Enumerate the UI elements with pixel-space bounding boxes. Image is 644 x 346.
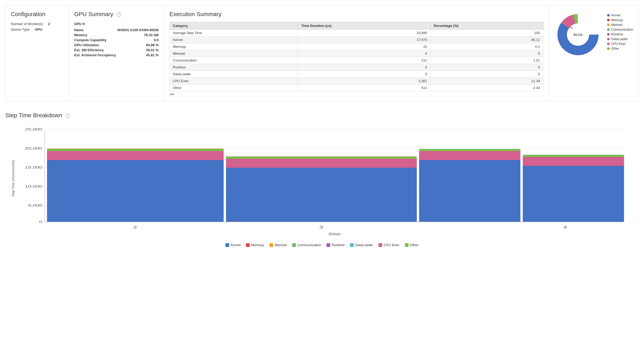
bar-other-1 xyxy=(47,150,224,151)
svg-text:15,000: 15,000 xyxy=(25,166,42,169)
legend-dot xyxy=(607,28,610,31)
svg-text:4: 4 xyxy=(563,225,567,229)
legend-item: Runtime xyxy=(607,32,633,36)
cell-category: Communication xyxy=(170,57,298,64)
config-panel: Configuration Number of Worker(s) 2 Devi… xyxy=(6,6,69,101)
legend-item: CPU Exec xyxy=(607,42,633,46)
config-row-workers: Number of Worker(s) 2 xyxy=(11,22,63,26)
bar-memcpy-1 xyxy=(47,149,224,149)
cell-duration: 22 xyxy=(298,43,430,50)
workers-label: Number of Worker(s) xyxy=(11,22,43,26)
gpu-title: GPU Summary ? xyxy=(74,11,159,18)
bottom-legend-box xyxy=(405,243,409,247)
gpu-occupancy-label: Est. Achieved Occupancy xyxy=(74,53,116,57)
legend-item: Memset xyxy=(607,23,633,27)
bottom-legend-box xyxy=(225,243,229,247)
cell-percentage: 85.11 xyxy=(430,36,543,43)
bar-cpuexec-2 xyxy=(226,159,417,168)
bottom-legend-box xyxy=(350,243,354,247)
svg-text:85.1%: 85.1% xyxy=(574,33,583,37)
table-header-row: Category Time Duration (us) Percentage (… xyxy=(170,22,543,30)
legend-label: DataLoader xyxy=(611,37,628,41)
cell-category: Average Step Time xyxy=(170,30,298,36)
table-row: Average Step Time 20,995 100 xyxy=(170,30,543,36)
cell-category: Runtime xyxy=(170,64,298,71)
bottom-legend: Kernel Memcpy Memset Communication Runti… xyxy=(5,243,639,247)
bar-cpuexec-4 xyxy=(523,157,624,166)
cell-category: Kernel xyxy=(170,36,298,43)
legend-label: Memset xyxy=(611,23,623,27)
table-row: DataLoader 0 0 xyxy=(170,71,543,78)
col-percentage: Percentage (%) xyxy=(430,22,543,30)
execution-panel: Execution Summary Category Time Duration… xyxy=(164,6,549,101)
table-row: Memcpy 22 0.1 xyxy=(170,43,543,50)
table-row: Memset 0 0 xyxy=(170,50,543,57)
table-row: Communication 211 1.01 xyxy=(170,57,543,64)
cell-duration: 0 xyxy=(298,71,430,78)
bottom-legend-item: Communication xyxy=(292,243,321,247)
svg-text:2: 2 xyxy=(133,225,137,229)
cell-percentage: 100 xyxy=(430,30,543,36)
gpu-compute-label: Compute Capability xyxy=(74,38,106,42)
cell-category: CPU Exec xyxy=(170,78,298,85)
cell-percentage: 0 xyxy=(430,64,543,71)
legend-dot xyxy=(607,47,610,50)
gpu-util-row: GPU Utilization 84.98 % xyxy=(74,43,159,47)
cell-percentage: 11.34 xyxy=(430,78,543,85)
cell-percentage: 0.1 xyxy=(430,43,543,50)
cell-percentage: 0 xyxy=(430,50,543,57)
cell-duration: 511 xyxy=(298,85,430,91)
y-axis-label-container: Step Time (microseconds) xyxy=(5,127,21,230)
gpu-sm-row: Est. SM Efficiency 59.01 % xyxy=(74,48,159,52)
donut-svg: 85.1% 11.3% xyxy=(554,11,602,58)
bar-other-4 xyxy=(523,156,624,157)
step-time-section: Step Time Breakdown ? Step Time (microse… xyxy=(5,109,639,250)
table-row: Runtime 0 0 xyxy=(170,64,543,71)
gpu-util-label: GPU Utilization xyxy=(74,43,99,47)
table-row: Kernel 17,870 85.11 xyxy=(170,36,543,43)
cell-category: Memcpy xyxy=(170,43,298,50)
legend-item: DataLoader xyxy=(607,37,633,41)
legend-label: CPU Exec xyxy=(611,42,626,46)
gpu-util-value: 84.98 % xyxy=(146,43,159,47)
svg-text:10,000: 10,000 xyxy=(25,185,42,188)
gpu-fields: Name NVIDIA A100-SXM4-80GB Memory 79.33 … xyxy=(74,28,159,57)
cell-percentage: 2.43 xyxy=(430,85,543,91)
svg-text:5,000: 5,000 xyxy=(28,204,42,207)
gpu-name-value: NVIDIA A100-SXM4-80GB xyxy=(117,28,159,32)
config-fields: Number of Worker(s) 2 Device Type GPU xyxy=(11,22,63,31)
bottom-legend-label: Runtime xyxy=(332,243,344,247)
bottom-legend-box xyxy=(378,243,382,247)
device-label: Device Type xyxy=(11,27,30,31)
step-time-title: Step Time Breakdown ? xyxy=(5,112,639,119)
bottom-legend-label: Other xyxy=(410,243,419,247)
legend-label: Communication xyxy=(611,28,633,31)
legend-label: Runtime xyxy=(611,32,623,36)
bottom-legend-label: Kernel xyxy=(231,243,241,247)
bottom-legend-item: Kernel xyxy=(225,243,241,247)
gpu-sm-label: Est. SM Efficiency xyxy=(74,48,104,52)
cell-duration: 2,381 xyxy=(298,78,430,85)
legend-dot xyxy=(607,24,610,26)
gpu-occupancy-value: 45.81 % xyxy=(146,53,159,57)
bottom-legend-label: DataLoader xyxy=(355,243,373,247)
legend-dot xyxy=(607,19,610,21)
bottom-legend-label: Communication xyxy=(297,243,321,247)
bar-comm-1 xyxy=(47,149,224,150)
step-time-help-icon[interactable]: ? xyxy=(65,113,70,118)
config-row-device: Device Type GPU xyxy=(11,27,63,31)
legend-item: Memcpy xyxy=(607,18,633,22)
cell-duration: 17,870 xyxy=(298,36,430,43)
svg-text:0: 0 xyxy=(39,220,42,224)
legend-item: Other xyxy=(607,47,633,50)
gpu0-label: GPU 0: xyxy=(74,22,159,26)
execution-table: Category Time Duration (us) Percentage (… xyxy=(169,22,543,91)
cell-category: Other xyxy=(170,85,298,91)
chart-panel: 85.1% 11.3% Kernel Memcpy Memset Communi… xyxy=(549,6,638,101)
svg-text:11.3%: 11.3% xyxy=(565,26,573,29)
gpu-help-icon[interactable]: ? xyxy=(116,12,121,17)
gpu-occupancy-row: Est. Achieved Occupancy 45.81 % xyxy=(74,53,159,57)
bar-other-3a xyxy=(419,150,520,151)
gpu-memory-row: Memory 79.33 GB xyxy=(74,33,159,37)
bar-cpuexec-3a xyxy=(419,151,520,160)
